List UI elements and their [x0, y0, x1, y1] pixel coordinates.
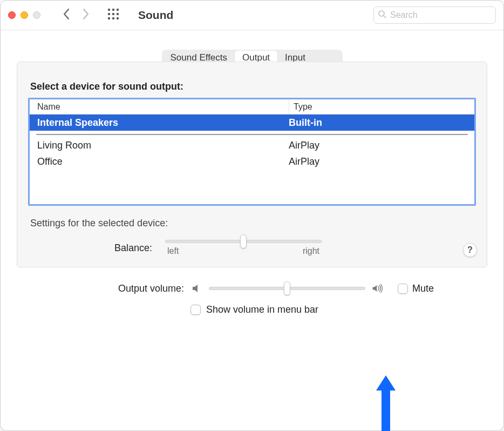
column-header-type[interactable]: Type [289, 99, 474, 114]
device-row-office[interactable]: Office AirPlay [30, 153, 474, 170]
svg-rect-6 [108, 17, 110, 19]
balance-label: Balance: [98, 243, 152, 254]
speaker-low-icon [190, 282, 202, 294]
device-row-living-room[interactable]: Living Room AirPlay [30, 137, 474, 153]
svg-rect-3 [108, 13, 110, 15]
show-all-prefs-button[interactable] [104, 6, 123, 24]
output-volume-label: Output volume: [22, 283, 184, 294]
device-select-heading: Select a device for sound output: [30, 81, 476, 92]
device-name: Living Room [37, 140, 289, 151]
device-type: Built-in [289, 117, 474, 129]
output-device-table[interactable]: Name Type Internal Speakers Built-in Liv… [28, 98, 476, 206]
zoom-window-button[interactable] [33, 11, 40, 19]
grid-icon [107, 8, 119, 22]
chevron-left-icon [63, 9, 70, 22]
output-volume-area: Output volume: [17, 282, 487, 315]
svg-rect-5 [117, 13, 119, 15]
svg-rect-8 [117, 17, 119, 19]
settings-heading: Settings for the selected device: [30, 218, 476, 229]
sound-preferences-window: Sound Sound Effects Output Input Select … [0, 0, 504, 431]
device-row-internal-speakers[interactable]: Internal Speakers Built-in [30, 115, 474, 131]
nav-arrows [57, 6, 95, 24]
back-button[interactable] [57, 6, 76, 24]
titlebar: Sound [1, 1, 503, 30]
device-table-divider [36, 134, 468, 135]
device-type: AirPlay [289, 156, 474, 167]
output-panel: Select a device for sound output: Name T… [17, 62, 487, 267]
device-name: Internal Speakers [37, 117, 289, 129]
mute-label: Mute [412, 283, 434, 294]
device-name: Office [37, 156, 289, 167]
svg-line-10 [384, 16, 386, 18]
question-mark-icon: ? [467, 245, 473, 255]
help-button[interactable]: ? [463, 243, 477, 257]
chevron-right-icon [82, 9, 90, 22]
search-input[interactable] [373, 6, 496, 24]
balance-right-label: right [303, 246, 319, 256]
column-header-name[interactable]: Name [30, 102, 289, 112]
forward-button[interactable] [77, 6, 95, 24]
search-wrap [373, 6, 496, 24]
show-volume-menubar-label: Show volume in menu bar [206, 304, 318, 315]
balance-slider[interactable]: left right [165, 240, 322, 256]
show-volume-menubar-control: Show volume in menu bar [190, 304, 482, 315]
show-volume-menubar-checkbox[interactable] [190, 305, 201, 315]
close-window-button[interactable] [8, 11, 16, 19]
svg-rect-7 [112, 17, 114, 19]
window-controls [8, 11, 40, 19]
device-type: AirPlay [289, 140, 474, 151]
annotation-arrow [374, 373, 398, 431]
balance-row: Balance: left right [98, 240, 476, 256]
output-volume-slider[interactable] [209, 287, 365, 290]
svg-rect-4 [112, 13, 114, 15]
search-icon [378, 10, 386, 21]
speaker-high-icon [372, 282, 384, 294]
svg-rect-2 [117, 9, 119, 11]
balance-left-label: left [167, 246, 179, 256]
window-title: Sound [138, 9, 173, 22]
svg-rect-0 [108, 9, 110, 11]
mute-checkbox[interactable] [398, 284, 408, 294]
svg-rect-1 [112, 9, 114, 11]
minimize-window-button[interactable] [21, 11, 28, 19]
device-table-header: Name Type [30, 99, 474, 115]
mute-control: Mute [398, 283, 434, 294]
